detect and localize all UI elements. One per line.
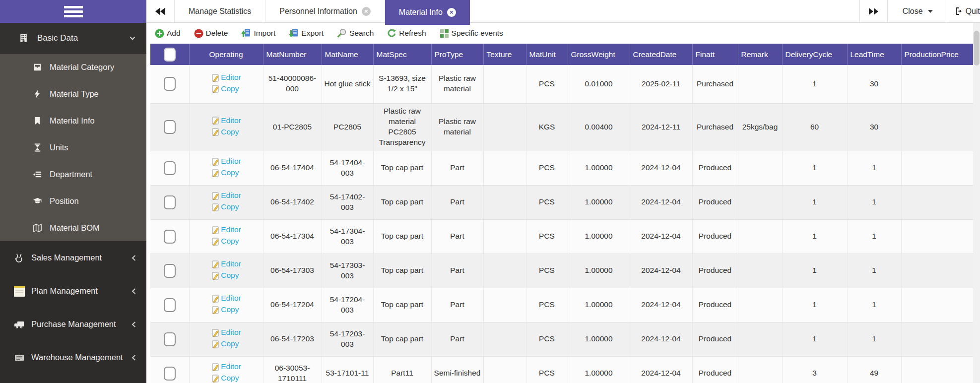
- graduation-cap-icon: [33, 196, 42, 206]
- sidebar-group-plan-management[interactable]: Plan Management: [0, 274, 146, 308]
- sidebar-item-units[interactable]: Units: [0, 134, 146, 161]
- cell-matnumber: 06-54-17203: [263, 322, 322, 356]
- row-checkbox[interactable]: [164, 230, 176, 244]
- editor-link[interactable]: Editor: [211, 72, 241, 83]
- search-button[interactable]: Search: [337, 28, 374, 38]
- sidebar-item-material-type[interactable]: Material Type: [0, 80, 146, 107]
- tab-manage-statistics[interactable]: Manage Statistics: [175, 0, 265, 22]
- cell-remark: [738, 254, 782, 288]
- editor-link[interactable]: Editor: [211, 327, 241, 338]
- editor-link[interactable]: Editor: [211, 293, 241, 304]
- sidebar-item-department[interactable]: Department: [0, 161, 146, 188]
- cell-matname: Hot glue stick: [322, 65, 373, 103]
- truck-icon: [14, 319, 25, 330]
- sidebar-group-label: Purchase Management: [31, 319, 116, 329]
- edit-note-icon: [211, 260, 220, 269]
- column-header-deliverycycle[interactable]: DeliveryCycle: [782, 44, 847, 65]
- menu-toggle-icon[interactable]: [64, 4, 83, 19]
- row-select-cell: [150, 254, 189, 288]
- tab-close-icon[interactable]: ×: [362, 7, 371, 16]
- table-row: Editor Copy 51-40000086-000 Hot glue sti…: [150, 65, 973, 103]
- scroll-tabs-right-button[interactable]: [859, 0, 888, 22]
- copy-link[interactable]: Copy: [211, 84, 241, 94]
- sidebar-item-material-bom[interactable]: Material BOM: [0, 214, 146, 241]
- editor-link[interactable]: Editor: [211, 116, 241, 126]
- bolt-icon: [33, 89, 42, 99]
- tab-material-info[interactable]: Material Info ×: [385, 0, 470, 25]
- column-header-matname[interactable]: MatName: [322, 44, 373, 65]
- cell-grossweight: 1.00000: [568, 151, 630, 185]
- cell-matname: 54-17404-003: [322, 151, 373, 185]
- column-header-remark[interactable]: Remark: [738, 44, 782, 65]
- copy-link[interactable]: Copy: [211, 270, 241, 281]
- row-select-cell: [150, 103, 189, 151]
- select-all-checkbox[interactable]: [164, 48, 176, 62]
- row-checkbox[interactable]: [164, 77, 176, 91]
- minus-circle-icon: [194, 29, 203, 38]
- copy-link[interactable]: Copy: [211, 305, 241, 315]
- specific-events-button[interactable]: Specific events: [440, 29, 503, 38]
- import-button[interactable]: Import: [241, 28, 275, 38]
- copy-link[interactable]: Copy: [211, 202, 241, 212]
- row-checkbox[interactable]: [164, 195, 176, 209]
- row-checkbox[interactable]: [164, 298, 176, 312]
- cell-protype: Part: [431, 322, 483, 356]
- export-button[interactable]: Export: [289, 28, 324, 38]
- sidebar-item-material-category[interactable]: Material Category: [0, 54, 146, 80]
- editor-label: Editor: [221, 327, 241, 338]
- copy-label: Copy: [221, 236, 239, 247]
- column-header-createddate[interactable]: CreatedDate: [630, 44, 692, 65]
- row-checkbox[interactable]: [164, 367, 176, 381]
- column-header-matnumber[interactable]: MatNumber: [263, 44, 322, 65]
- vertical-scrollbar[interactable]: [973, 23, 980, 383]
- column-header-protype[interactable]: ProType: [431, 44, 483, 65]
- column-header-matspec[interactable]: MatSpec: [373, 44, 431, 65]
- close-tabs-dropdown[interactable]: Close: [888, 0, 948, 22]
- row-checkbox[interactable]: [164, 332, 176, 346]
- row-checkbox[interactable]: [164, 264, 176, 278]
- tab-personnel-information[interactable]: Personnel Information ×: [265, 0, 385, 22]
- column-header-operating[interactable]: Operating: [189, 44, 263, 65]
- column-header-texture[interactable]: Texture: [483, 44, 526, 65]
- editor-link[interactable]: Editor: [211, 156, 241, 167]
- column-header-finatt[interactable]: Finatt: [692, 44, 738, 65]
- app-window: Basic Data Material Category Material Ty…: [0, 0, 980, 383]
- cell-matnumber: 06-54-17304: [263, 219, 322, 254]
- edit-note-icon: [211, 237, 220, 246]
- column-header-leadtime[interactable]: LeadTime: [847, 44, 901, 65]
- operating-cell: Editor Copy: [189, 322, 263, 356]
- copy-link[interactable]: Copy: [211, 168, 241, 178]
- refresh-button[interactable]: Refresh: [387, 29, 426, 38]
- delete-button[interactable]: Delete: [194, 29, 228, 38]
- editor-link[interactable]: Editor: [211, 225, 241, 235]
- copy-link[interactable]: Copy: [211, 236, 241, 247]
- copy-label: Copy: [221, 339, 239, 349]
- cell-leadtime: 1: [847, 322, 901, 356]
- column-header-grossweight[interactable]: GrossWeight: [568, 44, 630, 65]
- table-row: Editor Copy 06-54-17303 54-17303-003 Top…: [150, 254, 973, 288]
- editor-link[interactable]: Editor: [211, 191, 241, 201]
- sidebar-group-basic-data[interactable]: Basic Data: [0, 23, 146, 54]
- cell-matname: 54-17203-003: [322, 322, 373, 356]
- copy-link[interactable]: Copy: [211, 339, 241, 349]
- sidebar-group-sales-management[interactable]: Sales Management: [0, 241, 146, 274]
- sidebar-item-material-info[interactable]: Material Info: [0, 107, 146, 134]
- grid-squares-icon: [440, 29, 449, 38]
- tab-close-icon[interactable]: ×: [447, 8, 456, 17]
- copy-link[interactable]: Copy: [211, 373, 241, 383]
- quit-button[interactable]: Quit: [948, 0, 980, 22]
- scrollbar-thumb[interactable]: [974, 31, 980, 65]
- column-header-matunit[interactable]: MatUnit: [526, 44, 568, 65]
- column-header-productionprice[interactable]: ProductionPrice: [901, 44, 973, 65]
- row-checkbox[interactable]: [164, 161, 176, 175]
- add-button[interactable]: Add: [155, 29, 181, 38]
- row-checkbox[interactable]: [164, 120, 176, 134]
- sidebar-group-purchase-management[interactable]: Purchase Management: [0, 308, 146, 341]
- editor-link[interactable]: Editor: [211, 259, 241, 269]
- sidebar-item-position[interactable]: Position: [0, 188, 146, 214]
- editor-link[interactable]: Editor: [211, 362, 241, 372]
- copy-link[interactable]: Copy: [211, 127, 241, 137]
- sidebar-group-warehouse-management[interactable]: Warehouse Management: [0, 341, 146, 374]
- cell-matnumber: 06-54-17404: [263, 151, 322, 185]
- scroll-tabs-left-button[interactable]: [146, 0, 175, 22]
